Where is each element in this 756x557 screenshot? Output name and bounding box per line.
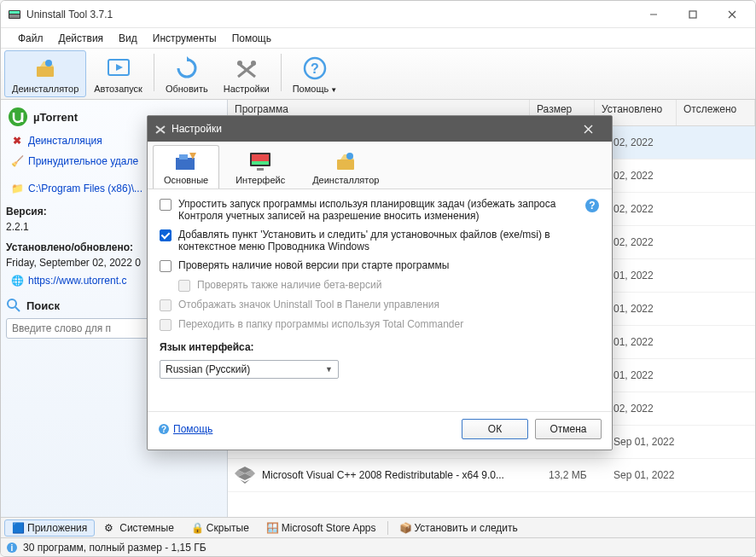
dropbox-icon <box>235 465 255 485</box>
checkbox <box>160 319 172 331</box>
table-row[interactable]: Microsoft Visual C++ 2008 Redistributabl… <box>228 459 755 492</box>
toolbar-help[interactable]: ? Помощь▼ <box>285 50 345 97</box>
option-check-beta: Проверять также наличие бета-версий <box>178 279 600 292</box>
hidden-icon: 🔒 <box>191 522 203 534</box>
track-icon: 📦 <box>399 522 411 534</box>
tab-store[interactable]: 🪟 Microsoft Store Apps <box>259 519 384 537</box>
svg-point-45 <box>346 153 353 160</box>
toolbar-refresh[interactable]: Обновить <box>158 50 216 97</box>
autorun-icon <box>105 55 132 82</box>
uninstall-icon: ✖ <box>11 135 23 147</box>
dialog-body: ? Упростить запуск программы используя п… <box>148 189 612 386</box>
svg-rect-43 <box>257 168 264 171</box>
tab-system[interactable]: ⚙ Системные <box>96 519 182 537</box>
store-icon: 🪟 <box>266 522 278 534</box>
svg-rect-38 <box>176 158 195 170</box>
program-name: Microsoft Visual C++ 2008 Redistributabl… <box>262 469 504 481</box>
toolbar: Деинсталлятор Автозапуск Обновить Настро… <box>1 49 755 100</box>
refresh-icon <box>173 55 201 82</box>
svg-marker-10 <box>116 64 123 71</box>
interface-icon <box>247 149 274 173</box>
svg-point-14 <box>237 61 242 66</box>
dialog-titlebar: Настройки <box>148 116 612 142</box>
menu-file[interactable]: Файл <box>11 31 50 46</box>
statusbar: i 30 программ, полный размер - 1,15 ГБ <box>1 537 755 556</box>
tab-apps[interactable]: 🟦 Приложения <box>4 519 95 537</box>
search-label: Поиск <box>26 299 60 312</box>
close-button[interactable] <box>712 2 752 27</box>
utorrent-icon <box>8 107 28 127</box>
svg-rect-4 <box>689 11 696 18</box>
checkbox[interactable] <box>160 260 172 272</box>
svg-point-18 <box>9 107 27 126</box>
svg-rect-7 <box>37 67 54 77</box>
svg-rect-1 <box>9 11 20 14</box>
folder-icon: 📁 <box>11 183 23 194</box>
settings-dialog: Настройки Основные Интерфейс Деинсталлят… <box>147 115 613 450</box>
chevron-down-icon: ▼ <box>325 365 333 374</box>
svg-point-8 <box>45 60 52 67</box>
info-icon: i <box>6 542 18 554</box>
language-label: Язык интерфейса: <box>160 341 600 353</box>
cancel-button[interactable]: Отмена <box>535 419 602 439</box>
toolbar-settings[interactable]: Настройки <box>216 50 277 97</box>
toolbar-uninstaller[interactable]: Деинсталлятор <box>4 50 86 97</box>
apps-icon: 🟦 <box>12 522 24 534</box>
help-icon: ? <box>158 423 170 435</box>
bottom-tabs: 🟦 Приложения ⚙ Системные 🔒 Скрытые 🪟 Mic… <box>1 517 755 537</box>
system-icon: ⚙ <box>104 522 116 534</box>
option-simplify-launch[interactable]: Упростить запуск программы используя пла… <box>160 198 600 222</box>
menu-actions[interactable]: Действия <box>52 31 111 46</box>
selected-program-name: µTorrent <box>33 111 78 124</box>
toolbar-autorun[interactable]: Автозапуск <box>86 50 150 97</box>
general-icon <box>172 149 200 173</box>
svg-text:i: i <box>11 543 14 553</box>
tab-hidden[interactable]: 🔒 Скрытые <box>183 519 257 537</box>
dialog-footer: ? Помощь ОК Отмена <box>148 411 612 450</box>
option-context-menu[interactable]: Добавлять пункт 'Установить и следить' д… <box>160 229 600 252</box>
menubar: Файл Действия Вид Инструменты Помощь <box>1 28 755 49</box>
option-control-panel-icon: Отображать значок Uninstall Tool в Панел… <box>160 299 600 311</box>
uninstaller-tab-icon <box>332 149 359 173</box>
svg-text:?: ? <box>311 61 319 76</box>
tab-install-track[interactable]: 📦 Установить и следить <box>392 519 526 537</box>
svg-text:?: ? <box>589 200 595 212</box>
settings-icon <box>154 123 166 135</box>
svg-rect-44 <box>337 160 354 170</box>
option-check-update[interactable]: Проверять наличие новой версии при старт… <box>160 259 600 272</box>
svg-point-20 <box>8 299 16 308</box>
uninstaller-icon <box>32 55 59 82</box>
titlebar: Uninstall Tool 3.7.1 <box>1 1 755 28</box>
svg-text:?: ? <box>161 425 166 434</box>
dialog-tab-general[interactable]: Основные <box>153 145 219 189</box>
option-total-commander: Переходить в папку программы используя T… <box>160 318 600 331</box>
minimize-button[interactable] <box>634 2 673 27</box>
svg-rect-39 <box>179 154 188 160</box>
close-icon <box>584 125 593 134</box>
language-select[interactable]: Russian (Русский) ▼ <box>160 360 339 379</box>
checkbox <box>178 280 190 292</box>
search-icon <box>6 298 21 313</box>
svg-rect-42 <box>252 161 269 165</box>
ok-button[interactable]: ОК <box>462 419 528 439</box>
app-icon <box>8 8 21 21</box>
dialog-tab-interface[interactable]: Интерфейс <box>224 145 296 189</box>
status-text: 30 программ, полный размер - 1,15 ГБ <box>23 542 206 554</box>
globe-icon: 🌐 <box>11 275 23 287</box>
menu-help[interactable]: Помощь <box>225 31 278 46</box>
dialog-help-link[interactable]: ? Помощь <box>158 423 212 435</box>
dialog-close-button[interactable] <box>571 117 605 141</box>
menu-view[interactable]: Вид <box>112 31 144 46</box>
context-help-icon[interactable]: ? <box>584 198 600 213</box>
checkbox[interactable] <box>160 199 172 211</box>
broom-icon: 🧹 <box>11 155 23 167</box>
chevron-down-icon: ▼ <box>330 86 337 94</box>
maximize-button[interactable] <box>673 2 712 27</box>
svg-point-15 <box>251 61 256 66</box>
checkbox[interactable] <box>160 229 172 241</box>
dialog-title: Настройки <box>172 123 222 135</box>
checkbox <box>160 299 172 311</box>
menu-tools[interactable]: Инструменты <box>146 31 224 46</box>
col-tracked[interactable]: Отслежено <box>677 100 755 125</box>
dialog-tab-uninstaller[interactable]: Деинсталлятор <box>301 145 390 189</box>
